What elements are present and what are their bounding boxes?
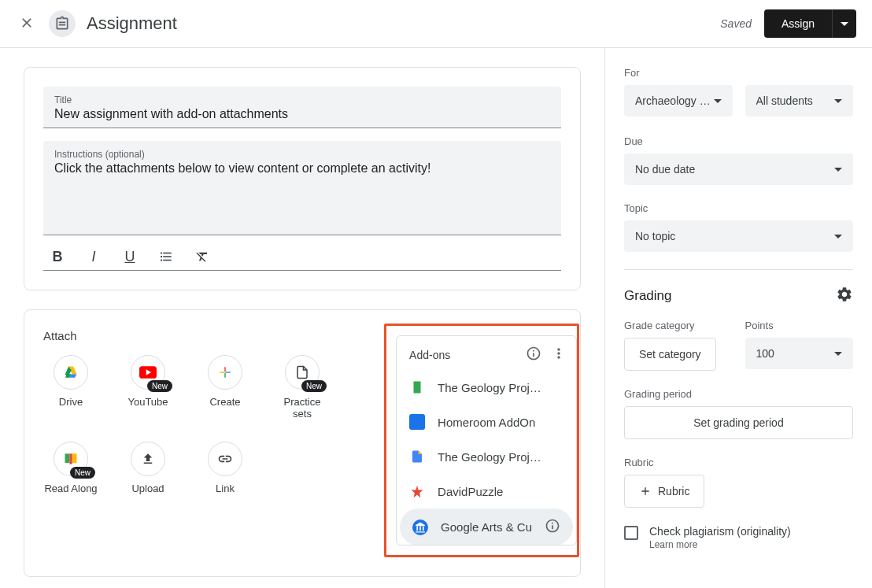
learn-more-link[interactable]: Learn more bbox=[649, 539, 791, 550]
attach-upload[interactable]: Upload bbox=[120, 442, 176, 494]
topic-select[interactable]: No topic bbox=[624, 220, 853, 252]
attach-drive[interactable]: Drive bbox=[43, 355, 98, 420]
addon-app-icon bbox=[410, 380, 424, 394]
bullet-list-icon bbox=[159, 250, 173, 264]
attach-label: Practice sets bbox=[275, 396, 330, 420]
title-value: New assignment with add-on attachments bbox=[54, 107, 550, 121]
topic-label: Topic bbox=[624, 202, 853, 214]
grade-category-label: Grade category bbox=[624, 320, 733, 331]
for-label: For bbox=[624, 67, 853, 79]
upload-icon bbox=[141, 452, 155, 466]
more-vert-icon bbox=[551, 346, 567, 361]
addon-name: DavidPuzzle bbox=[438, 485, 563, 498]
checkbox[interactable] bbox=[624, 526, 638, 540]
addon-app-icon bbox=[409, 414, 425, 430]
sidebar: For Archaeology … All students Due No du… bbox=[604, 48, 872, 588]
italic-button[interactable]: I bbox=[83, 243, 105, 270]
new-badge: New bbox=[70, 467, 95, 479]
addon-item[interactable]: The Geology Proj… bbox=[397, 370, 576, 405]
triangle-down-icon bbox=[834, 168, 842, 172]
instructions-label: Instructions (optional) bbox=[54, 149, 550, 160]
addons-info-button[interactable] bbox=[526, 346, 541, 364]
title-field[interactable]: Title New assignment with add-on attachm… bbox=[43, 87, 561, 128]
create-plus-icon bbox=[218, 365, 232, 379]
attach-label: Read Along bbox=[44, 483, 97, 494]
attach-practice-sets[interactable]: New Practice sets bbox=[275, 355, 330, 420]
attach-youtube[interactable]: New YouTube bbox=[120, 355, 176, 420]
assign-dropdown-button[interactable] bbox=[832, 9, 856, 38]
addon-name: The Geology Proj… bbox=[438, 450, 563, 464]
attach-create[interactable]: Create bbox=[198, 355, 253, 420]
addon-app-icon bbox=[410, 449, 424, 464]
triangle-down-icon bbox=[834, 235, 842, 239]
file-icon bbox=[295, 364, 309, 380]
assignment-icon bbox=[49, 10, 76, 37]
info-icon bbox=[545, 518, 560, 534]
divider bbox=[624, 269, 853, 270]
addons-list[interactable]: The Geology Proj… Homeroom AddOn The Geo… bbox=[397, 370, 576, 545]
underline-button[interactable]: U bbox=[119, 243, 141, 270]
attach-label: YouTube bbox=[127, 396, 168, 408]
addons-more-button[interactable] bbox=[551, 346, 567, 364]
students-select[interactable]: All students bbox=[745, 85, 854, 116]
instructions-value: Click the attachments below to view cont… bbox=[54, 161, 550, 176]
points-label: Points bbox=[745, 320, 854, 331]
instructions-field[interactable]: Instructions (optional) Click the attach… bbox=[43, 141, 561, 235]
attach-label: Link bbox=[216, 483, 235, 494]
addon-item-hovered[interactable]: Google Arts & Cu bbox=[400, 508, 573, 545]
set-category-button[interactable]: Set category bbox=[624, 338, 716, 371]
close-button[interactable] bbox=[16, 12, 38, 36]
bold-button[interactable]: B bbox=[46, 243, 68, 270]
clear-formatting-button[interactable] bbox=[191, 243, 213, 270]
attach-link[interactable]: Link bbox=[198, 442, 253, 494]
close-icon bbox=[19, 15, 35, 31]
new-badge: New bbox=[301, 380, 327, 392]
addons-panel-highlight: Add-ons bbox=[384, 324, 579, 557]
due-date-select[interactable]: No due date bbox=[624, 153, 853, 185]
addon-name: The Geology Proj… bbox=[438, 381, 563, 394]
attach-read-along[interactable]: New Read Along bbox=[43, 442, 98, 494]
new-badge: New bbox=[147, 380, 172, 392]
addon-name: Google Arts & Cu bbox=[441, 520, 532, 534]
triangle-down-icon bbox=[841, 22, 848, 26]
assign-button[interactable]: Assign bbox=[764, 9, 832, 38]
addon-item[interactable]: The Geology Proj… bbox=[397, 439, 576, 474]
set-grading-period-button[interactable]: Set grading period bbox=[624, 406, 853, 439]
assignment-form-card: Title New assignment with add-on attachm… bbox=[24, 67, 581, 290]
rubric-button[interactable]: Rubric bbox=[624, 475, 704, 508]
grading-title: Grading bbox=[624, 288, 671, 304]
grading-settings-button[interactable] bbox=[836, 286, 853, 305]
points-select[interactable]: 100 bbox=[745, 338, 854, 369]
plagiarism-label: Check plagiarism (originality) bbox=[649, 525, 791, 538]
youtube-icon bbox=[139, 366, 157, 379]
addon-name: Homeroom AddOn bbox=[438, 416, 563, 429]
addon-app-icon bbox=[410, 484, 424, 498]
read-along-icon bbox=[62, 451, 79, 467]
triangle-down-icon bbox=[714, 99, 722, 103]
class-select[interactable]: Archaeology … bbox=[624, 85, 733, 116]
attach-label: Upload bbox=[131, 483, 164, 494]
museum-icon bbox=[415, 522, 426, 533]
plus-icon bbox=[639, 485, 652, 497]
header: Assignment Saved Assign bbox=[0, 0, 872, 48]
triangle-down-icon bbox=[834, 352, 842, 356]
link-icon bbox=[217, 451, 233, 467]
plagiarism-checkbox-row[interactable]: Check plagiarism (originality) Learn mor… bbox=[624, 525, 853, 550]
addon-item[interactable]: DavidPuzzle bbox=[397, 474, 576, 508]
attach-label: Create bbox=[209, 396, 240, 408]
saved-status: Saved bbox=[720, 17, 752, 30]
drive-icon bbox=[63, 364, 79, 380]
addon-info-button[interactable] bbox=[545, 518, 560, 536]
due-label: Due bbox=[624, 135, 853, 147]
grading-period-label: Grading period bbox=[624, 388, 853, 400]
addons-title: Add-ons bbox=[409, 349, 450, 361]
gear-icon bbox=[836, 286, 853, 303]
addon-item[interactable]: Homeroom AddOn bbox=[397, 405, 576, 439]
bullet-list-button[interactable] bbox=[155, 243, 177, 270]
rubric-label: Rubric bbox=[624, 457, 853, 468]
clear-format-icon bbox=[195, 250, 209, 264]
attach-label: Drive bbox=[59, 396, 83, 408]
page-title: Assignment bbox=[87, 13, 177, 34]
info-icon bbox=[526, 346, 541, 361]
attach-options: Drive New YouTube Create New Practi bbox=[43, 355, 362, 494]
